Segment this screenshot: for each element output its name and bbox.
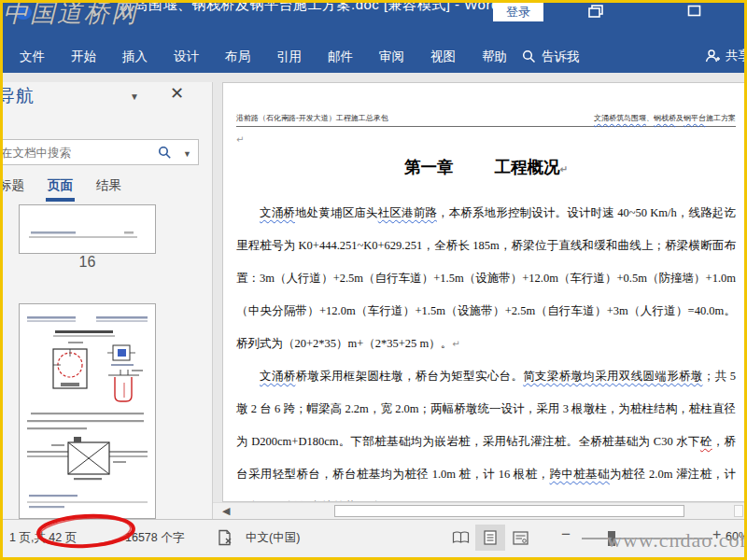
- nav-tab[interactable]: 页面: [48, 175, 73, 202]
- ribbon-tab[interactable]: 插入: [109, 41, 161, 73]
- ribbon-tab[interactable]: 帮助: [469, 41, 520, 73]
- read-mode-button[interactable]: [445, 525, 475, 551]
- chapter-heading[interactable]: 第一章工程概况↵: [236, 156, 736, 178]
- scroll-right-button[interactable]: [734, 505, 743, 517]
- page-count-status[interactable]: 1 页,共 42 页: [9, 530, 77, 546]
- ribbon-tab[interactable]: 视图: [417, 41, 469, 73]
- chevron-down-icon[interactable]: ▼: [130, 91, 139, 102]
- tell-me-box[interactable]: 告诉我: [522, 49, 580, 65]
- document-body: 文涌桥地处黄埔区庙头社区港前路，本桥系地形控制设计。设计时速 40~50 Km/…: [236, 197, 736, 502]
- page-header: 港前路（石化南路-开发大道）工程施工总承包 文涌桥筑岛围堰、钢栈桥及钢平台施工方…: [236, 113, 736, 127]
- ribbon-tab[interactable]: 引用: [263, 41, 315, 73]
- web-layout-icon: [513, 531, 529, 545]
- search-input[interactable]: 在文档中搜索 ▼: [3, 139, 199, 165]
- web-layout-button[interactable]: [505, 525, 535, 551]
- share-person-icon: [705, 49, 721, 63]
- login-button[interactable]: 登录: [493, 3, 543, 21]
- horizontal-scrollbar-thumb[interactable]: [334, 505, 684, 517]
- body-paragraph[interactable]: 文涌桥桥墩采用框架圆柱墩，桥台为矩型实心台。简支梁桥墩均采用双线圆端形桥墩；共 …: [236, 360, 736, 502]
- share-label: 共享: [726, 48, 744, 64]
- scroll-left-arrow-icon[interactable]: ◀: [222, 505, 230, 517]
- page-thumbnail[interactable]: [19, 303, 156, 519]
- paragraph-mark: ↵: [560, 164, 568, 175]
- thumbnail-page-number: 16: [19, 254, 156, 271]
- chapter-number: 第一章: [404, 158, 454, 176]
- view-switcher: [445, 525, 535, 551]
- language-status[interactable]: 中文(中国): [246, 530, 300, 546]
- search-placeholder: 在文档中搜索: [3, 146, 71, 161]
- page-thumbnail[interactable]: [19, 204, 156, 254]
- print-layout-button[interactable]: [475, 525, 505, 551]
- nav-tab[interactable]: 标题: [3, 175, 24, 202]
- print-layout-icon: [483, 530, 498, 545]
- paragraph-mark: ↵: [452, 339, 459, 349]
- document-page[interactable]: 港前路（石化南路-开发大道）工程施工总承包 文涌桥筑岛围堰、钢栈桥及钢平台施工方…: [222, 82, 745, 502]
- word-window: 中国道桥网 筑岛围堰、钢栈桥及钢平台施工方案.doc [兼容模式] - Word…: [0, 0, 747, 560]
- ribbon-tab[interactable]: 设计: [161, 41, 212, 73]
- read-mode-icon: [452, 531, 470, 544]
- close-icon[interactable]: ✕: [170, 83, 184, 104]
- page-header-right: 文涌桥筑岛围堰、钢栈桥及钢平台施工方案: [594, 113, 736, 123]
- ribbon-tab[interactable]: 审阅: [366, 41, 417, 73]
- tell-me-label: 告诉我: [542, 49, 580, 65]
- nav-tab[interactable]: 结果: [96, 175, 121, 202]
- ribbon-tab[interactable]: 开始: [58, 41, 109, 73]
- watermark-top-left: 中国道桥网: [3, 0, 138, 30]
- navigation-pane-title: 导航: [3, 84, 35, 108]
- search-icon: [522, 49, 536, 63]
- ribbon-tab[interactable]: 邮件: [315, 41, 366, 73]
- navigation-tabs: 标题页面结果: [3, 175, 145, 202]
- maximize-window-icon[interactable]: [687, 5, 702, 18]
- restore-window-icon[interactable]: [588, 5, 605, 18]
- share-button[interactable]: 共享: [705, 48, 744, 64]
- proofing-errors-icon[interactable]: [218, 529, 233, 546]
- document-title: 筑岛围堰、钢栈桥及钢平台施工方案.doc [兼容模式] - Word: [120, 3, 500, 14]
- paragraph-mark: ↵: [236, 134, 736, 145]
- body-paragraph[interactable]: 文涌桥地处黄埔区庙头社区港前路，本桥系地形控制设计。设计时速 40~50 Km/…: [236, 197, 736, 360]
- navigation-pane: 导航 ▼ ✕ 在文档中搜索 ▼ 标题页面结果 16: [3, 82, 213, 519]
- ribbon-tab[interactable]: 文件: [7, 41, 58, 73]
- chapter-title: 工程概况: [495, 158, 560, 176]
- zoom-out-button[interactable]: −: [561, 525, 571, 544]
- page-header-left: 港前路（石化南路-开发大道）工程施工总承包: [236, 113, 388, 123]
- watermark-bottom-right: www.cndao.com: [607, 528, 747, 553]
- search-icon[interactable]: [158, 146, 172, 160]
- search-options-chevron-icon[interactable]: ▼: [183, 149, 191, 159]
- ribbon-tabs: 文件开始插入设计布局引用邮件审阅视图帮助 告诉我: [7, 40, 580, 73]
- horizontal-scrollbar[interactable]: ◀: [213, 502, 744, 519]
- word-count-status[interactable]: 16578 个字: [125, 530, 184, 546]
- ribbon-tab[interactable]: 布局: [212, 41, 263, 73]
